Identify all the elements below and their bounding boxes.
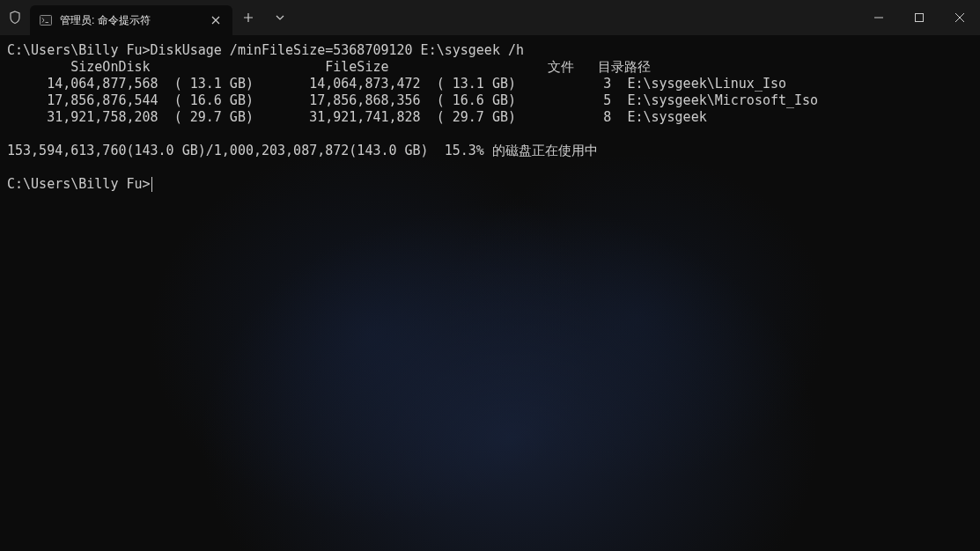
maximize-icon xyxy=(915,13,924,22)
summary-line: 153,594,613,760(143.0 GB)/1,000,203,087,… xyxy=(7,143,598,158)
data-row: 14,064,877,568 ( 13.1 GB) 14,064,873,472… xyxy=(7,76,786,92)
tab-dropdown-button[interactable] xyxy=(264,0,296,35)
tab-close-button[interactable] xyxy=(208,12,224,28)
close-icon xyxy=(955,13,964,22)
maximize-button[interactable] xyxy=(899,0,939,35)
minimize-button[interactable] xyxy=(858,0,899,35)
header-row: SizeOnDisk FileSize 文件 目录路径 xyxy=(7,59,651,75)
command-text: DiskUsage /minFileSize=5368709120 E:\sys… xyxy=(151,42,524,58)
tab-title: 管理员: 命令提示符 xyxy=(60,13,201,28)
cmd-icon xyxy=(39,13,53,27)
plus-icon xyxy=(243,12,254,23)
svg-rect-0 xyxy=(41,16,52,26)
window-close-button[interactable] xyxy=(939,0,980,35)
titlebar: 管理员: 命令提示符 xyxy=(0,0,980,35)
minimize-icon xyxy=(874,13,883,22)
new-tab-button[interactable] xyxy=(232,0,264,35)
tab-cmd[interactable]: 管理员: 命令提示符 xyxy=(30,5,232,35)
data-row: 17,856,876,544 ( 16.6 GB) 17,856,868,356… xyxy=(7,92,818,108)
cursor xyxy=(151,177,152,192)
admin-shield-icon xyxy=(0,11,30,25)
svg-rect-1 xyxy=(916,14,924,22)
window-controls xyxy=(858,0,980,35)
data-row: 31,921,758,208 ( 29.7 GB) 31,921,741,828… xyxy=(7,109,707,125)
chevron-down-icon xyxy=(276,15,284,20)
prompt: C:\Users\Billy Fu> xyxy=(7,42,151,58)
terminal-output[interactable]: C:\Users\Billy Fu>DiskUsage /minFileSize… xyxy=(0,35,980,200)
prompt: C:\Users\Billy Fu> xyxy=(7,176,151,192)
close-icon xyxy=(211,16,220,25)
